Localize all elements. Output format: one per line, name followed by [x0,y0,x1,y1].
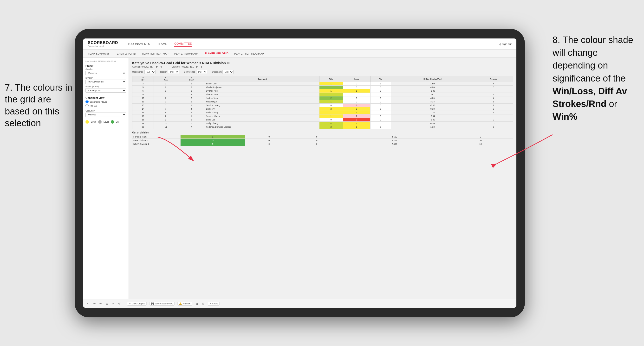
logo-text: SCOREBOARD [88,41,118,45]
cell-tie: 0 [370,111,391,114]
legend-up-dot [111,120,114,124]
sub-nav-team-h2h-grid[interactable]: TEAM H2H GRID [115,51,136,56]
cell-diff: 3.67 [391,93,474,96]
th-div: #Div [132,76,154,82]
cut-btn[interactable]: ✂ [112,302,115,306]
table-row: 5 2 2 Alexis Sudjianto 1 0 0 4.00 3 [132,86,513,89]
cell-div: 18 [132,118,154,122]
division-label: Division [86,77,126,79]
colour-by-label: Colour by [86,110,126,112]
player-rank-select[interactable]: 8. Katelyn Vo [86,88,126,93]
nav-tournaments[interactable]: TOURNAMENTS [128,41,150,47]
cell-win: 1 [319,93,343,96]
view-original-btn[interactable]: 👁 View: Original [127,302,146,306]
share-btn[interactable]: ↗ Share [208,302,220,306]
table-row: 6 3 3 Sydney Kuo 1 1 0 -1.00 [132,89,513,93]
cell-reg: 1 [154,104,178,107]
cell-reg: 10 [154,122,178,125]
cell-rounds: 11 [474,122,513,125]
filter-opponent-label: Opponent [212,71,222,73]
cell-tie: 1 [370,82,391,86]
sub-nav-player-summary[interactable]: PLAYER SUMMARY [174,51,199,56]
cell-rounds: 3 [474,100,513,104]
radio-opponents-played[interactable]: Opponents Played [86,100,126,103]
view-original-label: View: Original [132,303,145,305]
cell-opponent: Jessica Huang [205,104,319,107]
opponent-view-section: Opponent view Opponents Played Top 100 [86,96,126,107]
cell-conf: 2 [178,118,205,122]
th-opponent: Opponent [205,76,319,82]
tablet-screen: SCOREBOARD Powered by clippd TOURNAMENTS… [83,38,516,308]
cell-loss: 1 [343,104,370,107]
radio-top-100[interactable]: Top 100 [86,104,126,107]
cell-diff: -5.00 [391,118,474,122]
table-row: 13 1 1 Heejo Hyun 1 0 0 3.33 3 [132,100,513,104]
division-select[interactable]: NCAA Division III [86,80,126,84]
cell-opponent: Heejo Hyun [205,100,319,104]
cell-tie: 0 [370,89,391,93]
sub-nav-team-h2h-heatmap[interactable]: TEAM H2H HEATMAP [142,51,168,56]
table-row: 14 7 4 Eunice Yi 2 2 0 0.38 9 [132,107,513,111]
ood-cell-loss: 0 [245,142,293,146]
filter-region-select[interactable]: (All) [168,70,179,74]
sub-nav-team-summary[interactable]: TEAM SUMMARY [88,51,110,56]
left-panel: Last Updated: 27/03/2024 16:55:38 Player… [83,58,129,299]
filter-opponents-select[interactable]: (All) [144,70,156,74]
ood-cell-tie: 0 [293,135,341,139]
cell-win: 0 [319,118,343,122]
cell-win: 2 [319,96,343,100]
cell-opponent: Sydney Kuo [205,89,319,93]
ood-cell-rounds: 10 [448,142,513,146]
record-row: Overall Record: 353 - 34 - 6 Division Re… [132,65,513,68]
cell-reg: 1 [154,82,178,86]
cell-opponent: Alexis Sudjianto [205,86,319,89]
sub-nav-player-h2h-grid[interactable]: PLAYER H2H GRID [205,51,228,56]
cell-conf: 1 [178,82,205,86]
sub-nav-player-h2h-heatmap[interactable]: PLAYER H2H HEATMAP [234,51,264,56]
ood-table-row: NCAA Division 2 5 0 0 7.400 10 [132,142,513,146]
cell-win: 0 [319,104,343,107]
cell-tie: 0 [370,86,391,89]
cell-diff: 1.50 [391,82,474,86]
colour-by-select[interactable]: Win/loss [86,113,126,117]
main-content: Last Updated: 27/03/2024 16:55:38 Player… [83,58,516,299]
save-custom-btn[interactable]: 💾 Save Custom View [150,302,174,306]
ood-cell-tie: 0 [293,139,341,142]
undo-btn[interactable]: ↶ [86,302,90,306]
cell-conf: 4 [178,93,205,96]
cell-loss: 1 [343,111,370,114]
legend-up-label: Up [116,121,119,123]
annotation-left: 7. The colours in the grid are based on … [5,82,77,129]
watch-chevron: ▾ [189,303,190,305]
redo-btn[interactable]: ↶ [99,302,102,306]
filter-opponent-select[interactable]: (All) [222,70,234,74]
nav-committee[interactable]: COMMITTEE [174,41,192,47]
filter-conference-label: Conference [184,71,195,73]
cell-tie: 0 [370,104,391,107]
refresh-btn[interactable]: ↺ [118,302,121,306]
cell-div: 13 [132,100,154,104]
cell-div: 3 [132,82,154,86]
ood-cell-win: 1 [180,135,245,139]
tablet-frame: SCOREBOARD Powered by clippd TOURNAMENTS… [75,29,525,317]
table-row: 3 1 1 Esther Lee 1 0 1 1.50 4 [132,82,513,86]
th-conf: #Conf [178,76,205,82]
undo2-btn[interactable]: ↷ [93,302,96,306]
gender-select[interactable]: Women's [86,71,126,75]
nav-sign-out[interactable]: Sign out [502,42,512,45]
filter-region-label: Region [160,71,167,73]
cell-tie: 0 [370,125,391,129]
filter-conference-select[interactable]: (All) [196,70,207,74]
cell-conf: 3 [178,89,205,93]
copy-btn[interactable]: ⊞ [105,302,108,306]
cell-loss: 0 [343,93,370,96]
nav-teams[interactable]: TEAMS [157,41,167,47]
watch-btn[interactable]: 🔔 Watch ▾ [178,302,192,306]
cell-reg: 6 [154,96,178,100]
cell-win: 2 [319,125,343,129]
settings-btn[interactable]: ⚙ [201,302,205,306]
cell-conf: 1 [178,104,205,107]
layout-btn[interactable]: ⊞ [195,302,198,306]
cell-reg: 2 [154,86,178,89]
cell-loss: 1 [343,122,370,125]
